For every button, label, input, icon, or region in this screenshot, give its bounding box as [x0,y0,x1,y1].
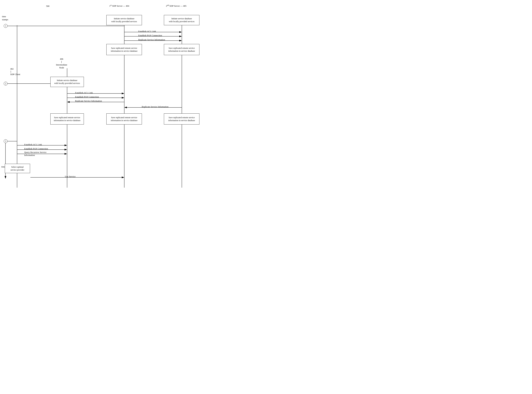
label-establish-pan-3: Establish PAN Connection [24,147,48,150]
label-replicate-3: Replicate Service Information [142,105,169,108]
timestamps-label: timestamps [2,15,8,21]
label-establish-pan-1: Establish PAN Connection [138,34,162,37]
svg-marker-10 [179,31,182,33]
figure-number: 500 [46,5,49,7]
svg-marker-20 [67,101,70,103]
label-establish-acl-3: Establish ACL Link [24,143,42,146]
svg-marker-14 [179,40,182,41]
intermediate-node-label: 406∣IntermediateNode [56,58,67,69]
label-establish-acl-1: Establish ACL Link [138,30,156,33]
label-establish-pan-2: Establish PAN Connection [75,95,99,98]
box-server1-init: Initiate service databasewith locally pr… [106,15,142,25]
svg-marker-28 [64,153,67,155]
server1-header: 1st SDP Server — 404 [109,4,129,7]
box-intermediate-save: Save replicated remote serviceinformatio… [50,114,84,124]
box-client-select: Select optimalservice provider [5,164,30,173]
svg-marker-22 [124,107,127,108]
timestamp-1: 1 [4,24,7,28]
box-intermediate-init: Initiate service databasewith locally pr… [50,77,84,87]
svg-marker-30 [122,176,124,178]
label-establish-acl-2: Establish ACL Link [75,91,93,94]
box-server2-init: Initiate service databasewith locally pr… [164,15,200,25]
svg-marker-18 [122,97,124,98]
box-server1-save2: Save replicated remote serviceinformatio… [106,114,142,124]
svg-marker-26 [64,149,67,150]
label-query-recursive: Query Recursive ServiceInformation [24,151,47,157]
timestamp-2: 2 [4,82,7,85]
box-server2-save2: Save replicated remote serviceinformatio… [164,114,200,124]
server2-header: 2nd SDP Server — 405 [166,4,186,7]
diagram-lines [0,0,266,197]
label-use-service: Use Service [65,175,75,178]
label-replicate-2: Replicate Service Information [75,100,102,102]
timestamp-3: 3 [4,139,7,143]
svg-marker-16 [122,93,124,94]
svg-marker-24 [64,145,67,146]
figure-arrow [0,0,34,14]
sdp-client-label: 402∣SDP Client [10,67,20,76]
label-replicate-1: Replicate Service Information [138,38,165,41]
svg-marker-12 [179,36,182,37]
svg-marker-8 [5,176,6,179]
box-server2-save1: Save replicated remote serviceinformatio… [164,44,200,55]
box-server1-save1: Save replicated remote serviceinformatio… [106,44,142,55]
sequence-diagram: 500 timestamps 1 2 3 time t 1st SDP Serv… [0,0,266,197]
